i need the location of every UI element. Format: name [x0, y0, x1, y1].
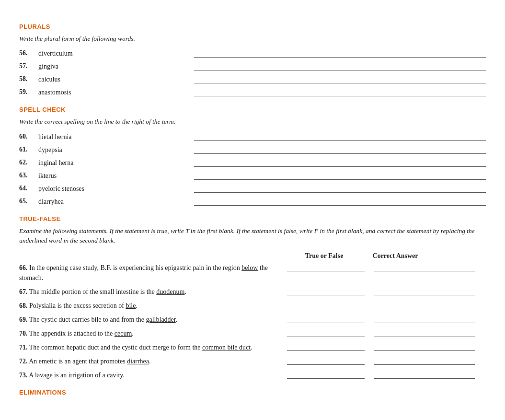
tf-true-false-blank[interactable]: [283, 315, 369, 324]
question-row: 60. hietal hernia: [19, 132, 486, 142]
tf-answer-line[interactable]: [287, 370, 365, 379]
tf-true-false-blank[interactable]: [283, 342, 369, 352]
question-row: 57. gingiva: [19, 61, 486, 71]
tf-question-row: 73. A lavage is an irrigation of a cavit…: [19, 370, 486, 380]
correct-answer-line[interactable]: [374, 287, 475, 295]
question-row: 56. diverticulum: [19, 48, 486, 58]
truefalse-title: TRUE-FALSE: [19, 215, 486, 222]
question-num: 73.: [19, 372, 28, 379]
correct-answer-line[interactable]: [374, 342, 475, 351]
underlined-word: lavage: [35, 372, 53, 379]
tf-true-false-blank[interactable]: [283, 301, 369, 310]
tf-answer-line[interactable]: [287, 356, 365, 365]
question-text: ikterus: [38, 171, 189, 181]
answer-line[interactable]: [194, 158, 486, 167]
tf-true-false-blank[interactable]: [283, 263, 369, 272]
tf-true-false-blank[interactable]: [283, 328, 369, 338]
tf-answer-line[interactable]: [287, 301, 365, 309]
tf-col-answer-header: Correct Answer: [368, 252, 486, 260]
answer-line[interactable]: [194, 62, 486, 70]
answer-line[interactable]: [194, 88, 486, 96]
tf-question-row: 69. The cystic duct carries bile to and …: [19, 315, 486, 325]
tf-question-text: 69. The cystic duct carries bile to and …: [19, 315, 283, 325]
question-row: 65. diarryhea: [19, 197, 486, 207]
answer-line[interactable]: [194, 132, 486, 141]
question-text: calculus: [38, 74, 189, 84]
answer-line[interactable]: [194, 197, 486, 206]
tf-correct-answer-blank[interactable]: [369, 370, 486, 380]
answer-line[interactable]: [194, 75, 486, 83]
question-num: 71.: [19, 344, 28, 351]
tf-question-row: 72. An emetic is an agent that promotes …: [19, 356, 486, 366]
question-row: 59. anastomosis: [19, 87, 486, 97]
tf-answer-line[interactable]: [287, 263, 365, 271]
tf-question-text: 72. An emetic is an agent that promotes …: [19, 356, 283, 366]
answer-line[interactable]: [194, 184, 486, 193]
question-text: diverticulum: [38, 48, 189, 58]
underlined-word: duodenum: [156, 288, 184, 295]
plurals-title: PLURALS: [19, 23, 486, 30]
tf-correct-answer-blank[interactable]: [369, 263, 486, 272]
question-num: 70.: [19, 330, 28, 337]
question-num: 64.: [19, 184, 38, 192]
underlined-word: common bile duct: [202, 344, 251, 351]
tf-true-false-blank[interactable]: [283, 370, 369, 380]
spellcheck-section: SPELL CHECK Write the correct spelling o…: [19, 106, 486, 206]
tf-correct-answer-blank[interactable]: [369, 315, 486, 324]
tf-question-row: 66. In the opening case study, B.F. is e…: [19, 263, 486, 283]
next-section-title: ELIMINATIONS: [19, 389, 486, 396]
underlined-word: diarrhea: [127, 358, 149, 365]
tf-question-text: 73. A lavage is an irrigation of a cavit…: [19, 370, 283, 380]
plurals-instruction: Write the plural form of the following w…: [19, 34, 486, 44]
question-num: 58.: [19, 74, 38, 83]
tf-question-text: 71. The common hepatic duct and the cyst…: [19, 342, 283, 352]
truefalse-section: TRUE-FALSE Examine the following stateme…: [19, 215, 486, 381]
question-num: 67.: [19, 288, 28, 295]
tf-header: True or False Correct Answer: [19, 252, 486, 260]
tf-answer-line[interactable]: [287, 328, 365, 337]
correct-answer-line[interactable]: [374, 328, 475, 337]
tf-answer-line[interactable]: [287, 315, 365, 323]
underlined-word: cecum: [115, 330, 132, 337]
tf-correct-answer-blank[interactable]: [369, 287, 486, 296]
tf-question-row: 70. The appendix is attached to the cecu…: [19, 328, 486, 338]
spellcheck-title: SPELL CHECK: [19, 106, 486, 113]
tf-correct-answer-blank[interactable]: [369, 301, 486, 310]
tf-correct-answer-blank[interactable]: [369, 342, 486, 352]
question-num: 65.: [19, 197, 38, 205]
question-num: 66.: [19, 264, 28, 271]
question-row: 64. pyeloric stenoses: [19, 184, 486, 194]
question-text: diarryhea: [38, 197, 189, 207]
correct-answer-line[interactable]: [374, 315, 475, 323]
underlined-word: below: [241, 264, 258, 271]
tf-col-tf-header: True or False: [281, 252, 368, 260]
answer-line[interactable]: [194, 49, 486, 58]
correct-answer-line[interactable]: [374, 356, 475, 365]
question-text: pyeloric stenoses: [38, 184, 189, 194]
correct-answer-line[interactable]: [374, 370, 475, 379]
tf-question-row: 68. Polysialia is the excess secretion o…: [19, 301, 486, 311]
spellcheck-instruction: Write the correct spelling on the line t…: [19, 117, 486, 127]
question-text: gingiva: [38, 61, 189, 71]
question-num: 56.: [19, 48, 38, 57]
tf-true-false-blank[interactable]: [283, 287, 369, 296]
tf-correct-answer-blank[interactable]: [369, 328, 486, 338]
correct-answer-line[interactable]: [374, 301, 475, 309]
tf-question-row: 67. The middle portion of the small inte…: [19, 287, 486, 297]
correct-answer-line[interactable]: [374, 263, 475, 271]
tf-question-text: 68. Polysialia is the excess secretion o…: [19, 301, 283, 311]
tf-question-text: 70. The appendix is attached to the cecu…: [19, 328, 283, 338]
tf-true-false-blank[interactable]: [283, 356, 369, 366]
question-num: 63.: [19, 171, 38, 179]
question-num: 61.: [19, 145, 38, 153]
question-num: 69.: [19, 316, 28, 323]
truefalse-instruction: Examine the following statements. If the…: [19, 226, 486, 246]
answer-line[interactable]: [194, 171, 486, 180]
tf-answer-line[interactable]: [287, 287, 365, 295]
tf-correct-answer-blank[interactable]: [369, 356, 486, 366]
underlined-word: bile: [126, 302, 136, 309]
question-text: dypepsia: [38, 145, 189, 155]
tf-answer-line[interactable]: [287, 342, 365, 351]
question-num: 57.: [19, 61, 38, 70]
answer-line[interactable]: [194, 145, 486, 154]
